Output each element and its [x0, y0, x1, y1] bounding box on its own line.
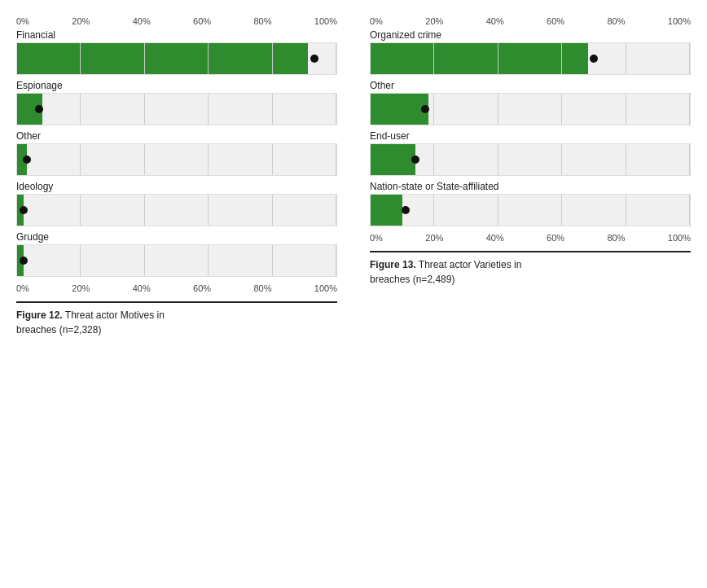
left-bar-espionage: Espionage [16, 80, 337, 125]
charts-container: 0% 20% 40% 60% 80% 100% Financial Espion… [16, 16, 691, 337]
left-bar-container-grudge [16, 244, 337, 277]
left-bar-container-financial [16, 42, 337, 75]
left-bar-container-other [16, 143, 337, 176]
right-bar-dot-nation-state [402, 206, 410, 214]
left-label-ideology: Ideology [16, 181, 337, 192]
right-bar-container-nation-state [370, 194, 691, 226]
right-top-axis: 0% 20% 40% 60% 80% 100% [370, 16, 691, 26]
left-bar-dot-grudge [20, 257, 28, 265]
left-bar-container-ideology [16, 194, 337, 226]
left-chart-items: Financial Espionage Other [16, 29, 337, 280]
right-bar-dot-end-user [411, 156, 419, 164]
left-bar-dot-financial [310, 55, 318, 63]
left-bar-dot-ideology [20, 206, 28, 214]
right-bar-dot-organized-crime [590, 55, 598, 63]
left-label-grudge: Grudge [16, 231, 337, 243]
left-bar-dot-espionage [35, 105, 43, 113]
right-bar-fill-end-user [371, 144, 415, 175]
left-bottom-axis: 0% 20% 40% 60% 80% 100% [16, 283, 337, 293]
right-bar-fill-other [371, 94, 428, 125]
left-label-espionage: Espionage [16, 80, 337, 91]
right-bar-end-user: End-user [370, 130, 691, 176]
right-bar-organized-crime: Organized crime [370, 29, 691, 75]
left-chart-panel: 0% 20% 40% 60% 80% 100% Financial Espion… [16, 16, 337, 337]
right-figure-caption: Figure 13. Threat actor Varieties inbrea… [370, 251, 691, 287]
left-bar-ideology: Ideology [16, 181, 337, 226]
right-bar-container-end-user [370, 143, 691, 176]
left-figure-caption: Figure 12. Threat actor Motives inbreach… [16, 301, 337, 337]
right-bar-nation-state: Nation-state or State-affiliated [370, 181, 691, 226]
right-bar-container-other [370, 93, 691, 125]
right-bar-container-organized-crime [370, 42, 691, 75]
left-label-other: Other [16, 130, 337, 142]
left-label-financial: Financial [16, 29, 337, 41]
right-label-end-user: End-user [370, 130, 691, 142]
left-bar-other: Other [16, 130, 337, 176]
right-label-nation-state: Nation-state or State-affiliated [370, 181, 691, 192]
right-bar-other: Other [370, 80, 691, 125]
right-label-other: Other [370, 80, 691, 91]
left-top-axis: 0% 20% 40% 60% 80% 100% [16, 16, 337, 26]
left-bar-dot-other [23, 156, 31, 164]
right-chart-panel: 0% 20% 40% 60% 80% 100% Organized crime … [370, 16, 691, 337]
left-bar-container-espionage [16, 93, 337, 125]
left-figure-title: Figure 12. [16, 309, 63, 321]
right-bar-fill-nation-state [371, 195, 402, 226]
left-bar-fill-financial [17, 43, 308, 74]
right-label-organized-crime: Organized crime [370, 29, 691, 41]
left-bar-financial: Financial [16, 29, 337, 75]
left-bar-grudge: Grudge [16, 231, 337, 277]
right-bar-fill-organized-crime [371, 43, 588, 74]
right-figure-title: Figure 13. [370, 259, 416, 270]
right-bottom-axis: 0% 20% 40% 60% 80% 100% [370, 233, 691, 243]
right-chart-items: Organized crime Other End-user [370, 29, 691, 230]
right-bar-dot-other [421, 105, 429, 113]
